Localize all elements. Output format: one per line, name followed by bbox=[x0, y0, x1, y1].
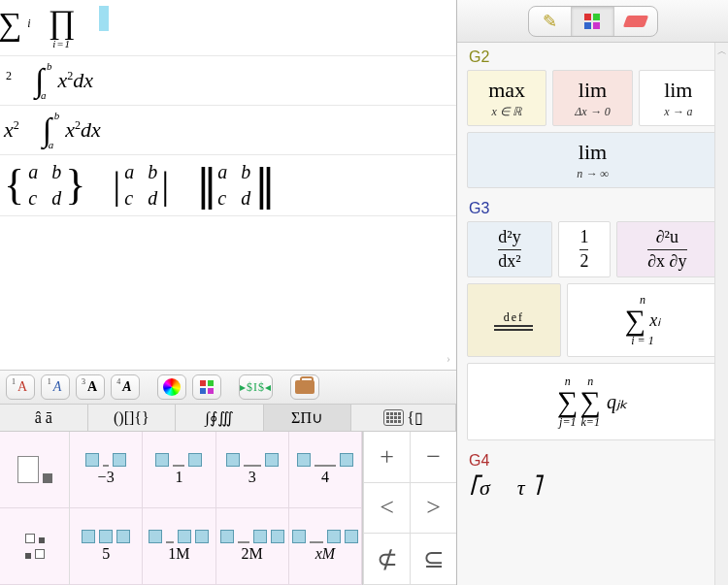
font-style-4-button[interactable]: 4A bbox=[111, 374, 140, 400]
norm-matrix: ‖ ab cd ‖ bbox=[196, 161, 272, 210]
equation-row-4[interactable]: { ab cd } | ab cd | ‖ bbox=[0, 155, 456, 216]
eraser-icon bbox=[622, 16, 647, 27]
font-style-1-button[interactable]: 1A bbox=[6, 374, 35, 400]
brace-matrix: { ab cd } bbox=[4, 161, 85, 210]
sup: i bbox=[27, 16, 30, 30]
template-xm[interactable]: xM bbox=[289, 508, 362, 585]
template-5[interactable]: 5 bbox=[70, 508, 143, 585]
op-nsubset[interactable]: ⊄ bbox=[363, 534, 410, 585]
equation-row-2[interactable]: 2 ∫ b a x2dx bbox=[0, 56, 456, 106]
palette-toolbar: ✎ bbox=[457, 0, 728, 43]
tab-large-ops[interactable]: ΣΠ∪ bbox=[264, 405, 352, 431]
scrollbar[interactable]: ︿ bbox=[714, 43, 728, 585]
grid-icon bbox=[584, 14, 600, 29]
tile-half[interactable]: 1 2 bbox=[558, 221, 611, 277]
grid-icon bbox=[200, 380, 214, 394]
briefcase-icon bbox=[295, 380, 314, 394]
font-style-2-button[interactable]: 1A bbox=[41, 374, 70, 400]
op-subseteq[interactable]: ⊆ bbox=[410, 534, 456, 585]
group-g2-label: G2 bbox=[463, 43, 722, 70]
template-1[interactable]: 1 bbox=[143, 432, 215, 508]
color-wheel-icon bbox=[163, 378, 181, 396]
tile-lim-xa[interactable]: lim x → a bbox=[639, 70, 718, 126]
document-area[interactable]: ∑i ∏ i=1 2 ∫ b a x2dx bbox=[0, 0, 456, 216]
template-panel: −3 1 3 4 5 bbox=[0, 432, 363, 585]
tile-lim-dx[interactable]: lim Δx → 0 bbox=[552, 70, 632, 126]
template-mode-1[interactable] bbox=[0, 432, 69, 508]
template-4[interactable]: 4 bbox=[289, 432, 362, 508]
color-grid-button[interactable] bbox=[192, 374, 221, 400]
palette-erase-button[interactable] bbox=[614, 7, 657, 36]
tab-integrals[interactable]: ∫∮∭ bbox=[176, 405, 264, 431]
group-g3-label: G3 bbox=[463, 194, 722, 221]
tile-lim-ninf[interactable]: lim n → ∞ bbox=[467, 132, 718, 188]
color-wheel-button[interactable] bbox=[157, 374, 186, 400]
op-minus[interactable]: − bbox=[410, 432, 456, 483]
chevron-right-icon: › bbox=[447, 351, 450, 366]
equation-row-3[interactable]: x2 ∫ b a x2dx bbox=[0, 106, 456, 155]
det-matrix: | ab cd | bbox=[113, 161, 169, 210]
equation-row-1[interactable]: ∑i ∏ i=1 bbox=[0, 0, 456, 56]
font-style-3-button[interactable]: 3A bbox=[76, 374, 105, 400]
tile-d2y[interactable]: d²y dx² bbox=[467, 221, 552, 277]
operator-panel: + − < > ⊄ ⊆ bbox=[363, 432, 456, 585]
template-1m[interactable]: 1M bbox=[143, 508, 215, 585]
tile-max[interactable]: max x ∈ ℝ bbox=[467, 70, 546, 126]
product-symbol: ∏ i=1 bbox=[49, 6, 76, 49]
tab-accents[interactable]: â ā bbox=[0, 405, 88, 431]
op-lt[interactable]: < bbox=[363, 483, 410, 535]
op-gt[interactable]: > bbox=[410, 483, 456, 535]
scroll-up-icon[interactable]: ︿ bbox=[717, 45, 727, 58]
keypad-icon bbox=[383, 409, 404, 426]
palette-body[interactable]: ︿ G2 max x ∈ ℝ lim Δx → 0 lim x → a bbox=[457, 43, 728, 585]
tile-partial[interactable]: ∂²u ∂x ∂y bbox=[616, 221, 718, 277]
template-2m[interactable]: 2M bbox=[216, 508, 289, 585]
template-n3[interactable]: −3 bbox=[70, 432, 143, 508]
group-g4-label: G4 bbox=[463, 446, 722, 473]
tile-double-sum[interactable]: n ∑ j=1 n ∑ k=1 qⱼₖ bbox=[467, 363, 718, 440]
palette-draw-button[interactable]: ✎ bbox=[529, 7, 572, 36]
format-toolbar: 1A 1A 3A 4A ▸$I$◂ bbox=[0, 370, 456, 405]
tile-sum-xi[interactable]: n ∑xᵢ i = 1 bbox=[567, 283, 718, 357]
template-mode-2[interactable] bbox=[0, 508, 69, 585]
tab-brackets[interactable]: ()[]{} bbox=[88, 405, 177, 431]
palette-grid-button[interactable] bbox=[572, 7, 614, 36]
template-3[interactable]: 3 bbox=[216, 432, 289, 508]
tab-layout[interactable]: {▯ bbox=[351, 405, 456, 431]
pencil-icon: ✎ bbox=[543, 11, 557, 32]
tile-g4-fragment[interactable]: ⎡σ τ ⎤ bbox=[463, 473, 722, 495]
briefcase-button[interactable] bbox=[290, 374, 319, 400]
text-cursor bbox=[99, 6, 109, 31]
op-plus[interactable]: + bbox=[363, 432, 410, 483]
currency-button[interactable]: ▸$I$◂ bbox=[239, 374, 273, 400]
tile-def[interactable]: def bbox=[467, 283, 561, 357]
symbol-category-tabs: â ā ()[]{} ∫∮∭ ΣΠ∪ {▯ bbox=[0, 405, 456, 432]
